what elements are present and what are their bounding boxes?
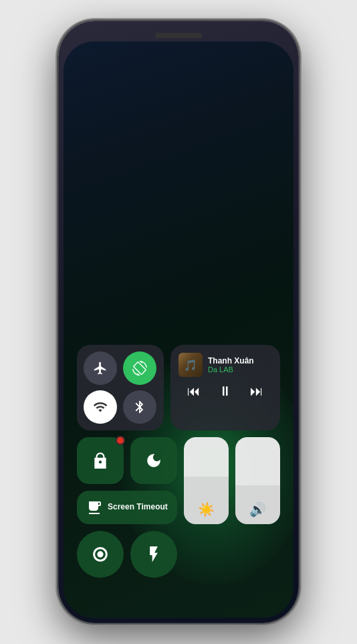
music-controls: ⏮ ⏸ ⏭	[178, 381, 272, 402]
pause-button[interactable]: ⏸	[219, 384, 232, 399]
lock-moon-row	[77, 437, 177, 484]
middle-row: Screen Timeout ☀️ 🔊	[77, 437, 280, 524]
control-center: Thanh Xuân Da LAB ⏮ ⏸ ⏭	[77, 345, 280, 578]
volume-slider[interactable]: 🔊	[235, 437, 280, 524]
connectivity-block	[77, 345, 164, 430]
screen-timeout-icon	[86, 499, 102, 515]
brightness-slider[interactable]: ☀️	[184, 437, 229, 524]
record-icon	[91, 545, 110, 564]
left-quick-actions: Screen Timeout	[77, 437, 177, 524]
rotation-lock-button[interactable]	[123, 351, 156, 385]
speaker-grill	[155, 33, 202, 38]
next-button[interactable]: ⏭	[250, 384, 263, 399]
flashlight-button[interactable]	[130, 531, 177, 578]
brightness-icon: ☀️	[198, 501, 215, 517]
airplane-mode-button[interactable]	[84, 351, 117, 385]
screen-record-button[interactable]	[77, 531, 124, 578]
prev-button[interactable]: ⏮	[187, 384, 201, 399]
lock-alert-dot	[116, 436, 125, 445]
wifi-button[interactable]	[84, 390, 117, 424]
phone-body: Thanh Xuân Da LAB ⏮ ⏸ ⏭	[58, 21, 299, 623]
flashlight-icon	[144, 545, 163, 564]
bluetooth-button[interactable]	[123, 390, 156, 424]
tools-row	[77, 531, 280, 578]
music-info: Thanh Xuân Da LAB	[208, 356, 272, 374]
volume-icon: 🔊	[249, 501, 266, 517]
music-title: Thanh Xuân	[208, 356, 272, 366]
music-player-block: Thanh Xuân Da LAB ⏮ ⏸ ⏭	[170, 345, 280, 430]
album-art	[178, 353, 203, 377]
screen-timeout-button[interactable]: Screen Timeout	[77, 491, 177, 524]
svg-point-1	[97, 551, 103, 557]
phone-screen: Thanh Xuân Da LAB ⏮ ⏸ ⏭	[64, 42, 293, 618]
do-not-disturb-button[interactable]	[130, 437, 177, 484]
top-row: Thanh Xuân Da LAB ⏮ ⏸ ⏭	[77, 345, 280, 430]
sliders-container: ☀️ 🔊	[184, 437, 280, 524]
screen-lock-button[interactable]	[77, 437, 124, 484]
music-top-row: Thanh Xuân Da LAB	[178, 353, 272, 377]
screen-timeout-label: Screen Timeout	[108, 502, 168, 513]
music-artist: Da LAB	[208, 366, 272, 374]
